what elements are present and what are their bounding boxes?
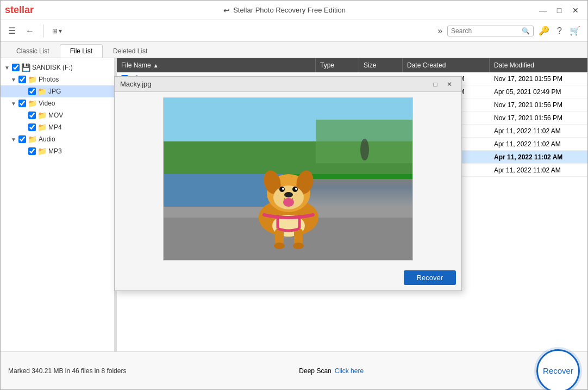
toolbar-separator	[43, 24, 43, 38]
svg-point-16	[282, 188, 284, 190]
titlebar-controls: — □ ✕	[535, 4, 583, 17]
view-grid-icon: ⊞	[52, 27, 58, 35]
tree-toggle-sandisk[interactable]: ▼	[4, 65, 10, 71]
svg-point-13	[284, 192, 293, 197]
view-toggle-button[interactable]: ⊞ ▾	[49, 26, 65, 36]
col-type-label: Type	[320, 61, 334, 69]
tab-file-list[interactable]: File List	[60, 44, 103, 58]
titlebar-title: ↩ Stellar Photo Recovery Free Edition	[223, 6, 346, 15]
col-datemodified-label: Date Modified	[494, 61, 534, 69]
preview-svg	[164, 98, 413, 261]
back-button[interactable]: ←	[22, 24, 37, 38]
logo-text: stel	[5, 4, 22, 15]
svg-point-17	[295, 188, 297, 190]
svg-point-23	[293, 243, 304, 249]
cart-button[interactable]: 🛒	[567, 23, 583, 38]
tree-toggle-audio[interactable]: ▼	[10, 137, 17, 143]
col-size-label: Size	[364, 61, 376, 69]
file-cell-datemodified-6: Apr 11, 2022 11:02 AM	[490, 140, 587, 148]
tabs-bar: Classic List File List Deleted List	[1, 42, 587, 58]
folder-icon-mp4: 📁	[37, 123, 47, 132]
deepscan-area: Deep Scan Click here	[299, 367, 364, 375]
tree-label-mp3: MP3	[48, 147, 62, 155]
tab-deleted-list[interactable]: Deleted List	[103, 44, 158, 58]
col-header-type[interactable]: Type	[316, 58, 359, 72]
sidebar-item-mp3[interactable]: 📁 MP3	[1, 145, 114, 157]
folder-icon-mov: 📁	[37, 111, 47, 120]
tab-classic-list[interactable]: Classic List	[6, 44, 60, 58]
help-button[interactable]: ?	[554, 24, 565, 38]
sidebar-item-jpg[interactable]: 📁 JPG	[1, 85, 114, 97]
minimize-button[interactable]: —	[535, 4, 551, 17]
file-cell-datemodified-3: Nov 17, 2021 01:56 PM	[490, 101, 587, 109]
file-cell-datemodified-5: Apr 11, 2022 11:02 AM	[490, 127, 587, 135]
modal-body	[115, 92, 461, 266]
modal-footer: Recover	[115, 266, 461, 290]
tree-label-sandisk: SANDISK (F:)	[32, 64, 73, 71]
tree-label-video: Video	[39, 100, 55, 107]
sidebar-item-photos[interactable]: ▼ 📁 Photos	[1, 73, 114, 85]
tree-checkbox-mov[interactable]	[28, 112, 36, 119]
tree-checkbox-photos[interactable]	[18, 76, 26, 83]
app-logo: stellar	[5, 4, 34, 16]
titlebar: stellar ↩ Stellar Photo Recovery Free Ed…	[1, 1, 587, 20]
sidebar-item-mov[interactable]: 📁 MOV	[1, 109, 114, 121]
search-box: 🔍	[447, 26, 534, 36]
deepscan-link[interactable]: Click here	[335, 367, 364, 375]
deepscan-label: Deep Scan	[299, 367, 331, 375]
back-arrow-icon: ↩	[223, 6, 230, 15]
tree-label-audio: Audio	[39, 135, 55, 143]
tree-checkbox-jpg[interactable]	[28, 88, 36, 95]
sidebar-item-mp4[interactable]: 📁 MP4	[1, 121, 114, 133]
tree-toggle-video[interactable]: ▼	[10, 101, 17, 107]
tree-checkbox-sandisk[interactable]	[12, 64, 20, 71]
svg-point-22	[274, 243, 285, 249]
tree-checkbox-mp4[interactable]	[28, 123, 36, 131]
folder-icon-mp3: 📁	[37, 147, 47, 156]
file-cell-datemodified-8: Apr 11, 2022 11:02 AM	[490, 166, 587, 174]
key-button[interactable]: 🔑	[536, 23, 552, 38]
sidebar-item-video[interactable]: ▼ 📁 Video	[1, 97, 114, 109]
close-button[interactable]: ✕	[568, 4, 583, 17]
more-button[interactable]: »	[435, 24, 445, 38]
sort-arrow-filename: ▲	[153, 63, 159, 69]
tree-checkbox-mp3[interactable]	[28, 147, 36, 155]
tree-label-photos: Photos	[39, 76, 59, 83]
svg-point-18	[283, 198, 294, 207]
toolbar-right: » 🔍 🔑 ? 🛒	[435, 23, 583, 38]
file-cell-datemodified-7: Apr 11, 2022 11:02 AM	[490, 153, 587, 161]
col-header-filename[interactable]: File Name ▲	[117, 58, 316, 72]
tree-checkbox-video[interactable]	[18, 100, 26, 107]
filelist-header: File Name ▲ Type Size Date Created Date …	[117, 58, 587, 72]
toolbar: ☰ ← ⊞ ▾ » 🔍 🔑 ? 🛒	[1, 20, 587, 42]
tree-toggle-photos[interactable]: ▼	[10, 77, 17, 83]
menu-button[interactable]: ☰	[5, 23, 19, 38]
sidebar-item-sandisk[interactable]: ▼ 💾 SANDISK (F:)	[1, 61, 114, 73]
statusbar: Marked 340.21 MB in 46 files in 8 folder…	[1, 351, 587, 389]
tree-label-mov: MOV	[48, 112, 63, 119]
search-input[interactable]	[451, 27, 522, 35]
tree-checkbox-audio[interactable]	[18, 135, 26, 143]
modal-controls: □ ✕	[429, 79, 456, 90]
modal-maximize-button[interactable]: □	[429, 79, 442, 90]
folder-icon-jpg: 📁	[37, 87, 47, 96]
preview-modal: Macky.jpg □ ✕	[114, 76, 462, 291]
recover-button[interactable]: Recover	[536, 349, 580, 391]
svg-point-7	[360, 139, 369, 160]
tree-label-mp4: MP4	[48, 123, 62, 131]
folder-icon-photos: 📁	[28, 75, 37, 84]
view-arrow-icon: ▾	[59, 27, 62, 35]
col-filename-label: File Name	[121, 61, 151, 69]
sidebar-item-audio[interactable]: ▼ 📁 Audio	[1, 133, 114, 145]
modal-title: Macky.jpg	[120, 80, 152, 88]
modal-recover-button[interactable]: Recover	[404, 270, 456, 285]
maximize-button[interactable]: □	[552, 4, 567, 17]
drive-icon: 💾	[21, 63, 30, 72]
titlebar-left: stellar	[5, 4, 34, 16]
status-text: Marked 340.21 MB in 46 files in 8 folder…	[8, 366, 126, 376]
col-header-size[interactable]: Size	[359, 58, 403, 72]
modal-close-button[interactable]: ✕	[443, 79, 456, 90]
col-header-datecreated[interactable]: Date Created	[403, 58, 490, 72]
col-header-datemodified[interactable]: Date Modified	[490, 58, 587, 72]
file-cell-datemodified-2: Apr 05, 2021 02:49 PM	[490, 88, 587, 96]
